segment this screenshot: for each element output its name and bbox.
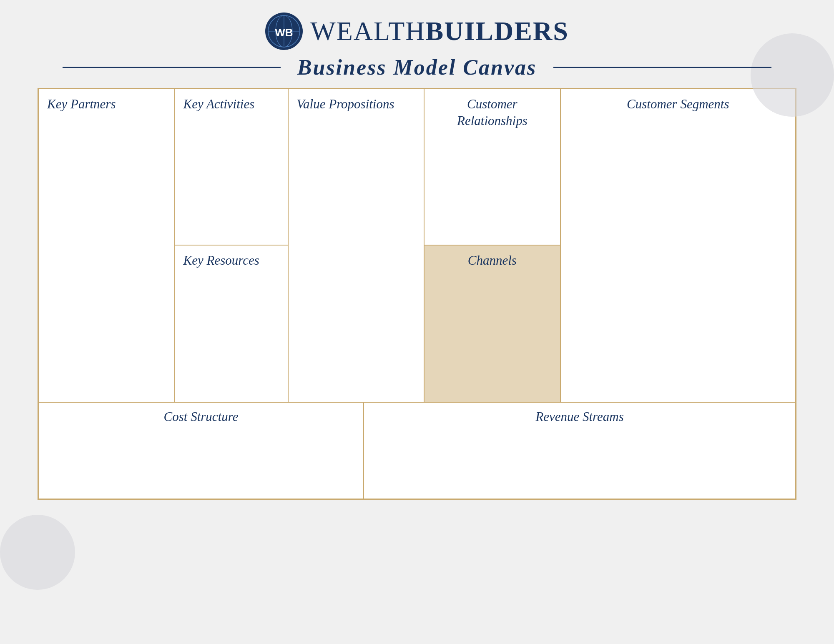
revenue-streams-label: Revenue Streams	[364, 403, 795, 428]
brand-thin: WEALTH	[310, 16, 425, 46]
key-activities-label: Key Activities	[175, 89, 288, 116]
key-partners-label: Key Partners	[39, 89, 174, 116]
revenue-streams-content	[364, 428, 795, 490]
logo-row: WB WEALTHBUILDERS	[265, 13, 568, 50]
brand-bold: BUILDERS	[426, 16, 569, 46]
decorative-circle-bottom-left	[0, 515, 75, 590]
ka-kr-column: Key Activities Key Resources	[175, 89, 289, 402]
channels-label: Channels	[425, 246, 560, 272]
cost-structure-cell: Cost Structure	[39, 403, 364, 499]
bmc-canvas: Key Partners Key Activities Key Resource…	[38, 88, 796, 500]
cost-structure-content	[39, 428, 363, 490]
value-propositions-cell: Value Propositions	[289, 89, 425, 402]
revenue-streams-cell: Revenue Streams	[364, 403, 795, 499]
logo-icon: WB	[265, 13, 303, 50]
cr-ch-column: Customer Relationships Channels	[425, 89, 561, 402]
key-resources-label: Key Resources	[175, 246, 288, 272]
key-activities-cell: Key Activities	[175, 89, 288, 246]
svg-text:WB: WB	[275, 26, 293, 39]
key-partners-cell: Key Partners	[39, 89, 175, 402]
title-row: Business Model Canvas	[63, 55, 771, 80]
title-line-right	[553, 67, 771, 68]
key-resources-cell: Key Resources	[175, 246, 288, 402]
header: WB WEALTHBUILDERS Business Model Canvas	[0, 0, 834, 88]
canvas-bottom-section: Cost Structure Revenue Streams	[39, 403, 795, 499]
channels-cell: Channels	[425, 246, 560, 402]
customer-relationships-label: Customer Relationships	[425, 89, 560, 133]
canvas-top-section: Key Partners Key Activities Key Resource…	[39, 89, 795, 403]
page-title: Business Model Canvas	[281, 55, 553, 80]
cost-structure-label: Cost Structure	[39, 403, 363, 428]
value-propositions-label: Value Propositions	[289, 89, 424, 116]
title-line-left	[63, 67, 281, 68]
customer-relationships-cell: Customer Relationships	[425, 89, 560, 246]
customer-segments-cell: Customer Segments	[561, 89, 795, 402]
page: WB WEALTHBUILDERS Business Model Canvas …	[0, 0, 834, 644]
brand-name: WEALTHBUILDERS	[310, 16, 568, 47]
